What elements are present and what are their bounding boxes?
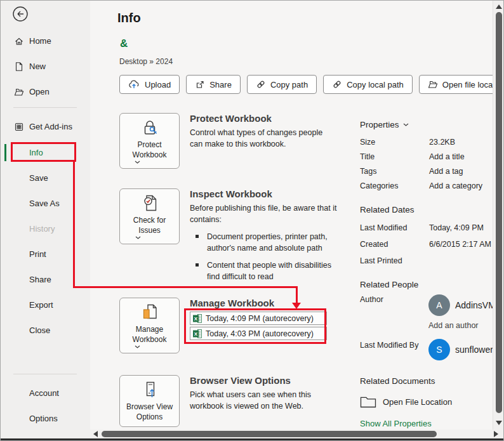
sidebar-item-label: Save As <box>29 199 60 208</box>
modifier-name: sunflower <box>455 345 493 355</box>
upload-button[interactable]: Upload <box>119 75 180 94</box>
sidebar-item-label: Share <box>29 275 51 284</box>
property-row-categories: Categories Add a category <box>360 178 494 193</box>
copy-local-path-button[interactable]: Copy local path <box>323 75 413 94</box>
sidebar-item-save-as[interactable]: Save As <box>1 191 90 216</box>
backstage-sidebar: Home New Open Get Add-ins Info Save <box>1 1 90 438</box>
open-folder-icon <box>428 79 438 89</box>
date-row-last-modified: Last Modified Today, 4:09 PM <box>360 220 494 236</box>
sidebar-item-close[interactable]: Close <box>1 318 90 343</box>
excel-file-icon: X <box>193 329 202 338</box>
bullet-item: Content that people with disabilities fi… <box>196 260 339 282</box>
add-tag-field[interactable]: Add a tag <box>429 167 463 176</box>
show-all-properties-link[interactable]: Show All Properties <box>360 419 494 428</box>
sidebar-separator <box>13 374 77 374</box>
properties-header-dropdown[interactable]: Properties <box>360 118 494 131</box>
section-description: Control what types of changes people can… <box>190 127 331 150</box>
sidebar-item-new[interactable]: New <box>1 54 90 79</box>
property-row-size: Size 23.2KB <box>360 135 494 149</box>
check-for-issues-dropdown-button[interactable]: Check for Issues <box>119 188 180 244</box>
sidebar-item-options[interactable]: Options <box>1 406 90 431</box>
modifier-person[interactable]: S sunflower <box>428 339 493 360</box>
scroll-up-arrow[interactable] <box>496 4 502 9</box>
last-modified-by-row: Last Modified By S sunflower <box>360 339 494 364</box>
lock-key-icon <box>140 118 159 137</box>
sidebar-item-label: New <box>29 62 46 71</box>
autorecovery-file-1[interactable]: X Today, 4:09 PM (autorecovery) <box>190 312 327 325</box>
add-title-field[interactable]: Add a title <box>429 152 465 161</box>
sidebar-item-home[interactable]: Home <box>1 29 90 54</box>
open-file-location-link[interactable]: Open File Location <box>360 393 494 410</box>
protect-workbook-dropdown-button[interactable]: Protect Workbook <box>119 113 180 169</box>
copy-path-button[interactable]: Copy path <box>247 75 317 94</box>
cloud-upload-icon <box>128 80 140 89</box>
manage-workbook-icon <box>140 303 159 322</box>
sidebar-item-label: Info <box>29 148 43 157</box>
sidebar-item-info[interactable]: Info <box>1 140 90 166</box>
section-heading: Inspect Workbook <box>190 188 339 199</box>
back-button[interactable] <box>12 6 29 22</box>
link-icon <box>256 79 266 89</box>
sidebar-item-label: Open <box>29 87 50 96</box>
excel-file-icon: X <box>193 314 202 323</box>
modifier-avatar: S <box>428 339 450 360</box>
autorecovery-file-label: Today, 4:03 PM (autorecovery) <box>206 329 314 338</box>
sidebar-item-label: Options <box>29 414 58 423</box>
sidebar-item-label: Save <box>29 173 48 183</box>
related-people-header: Related People <box>360 278 494 291</box>
card-label: Browser View Options <box>126 402 173 422</box>
sidebar-item-share[interactable]: Share <box>1 267 90 293</box>
property-row-title: Title Add a title <box>360 149 494 164</box>
author-name: AddinsVM <box>455 300 494 310</box>
breadcrumb: Desktop » 2024 <box>119 57 173 66</box>
author-person[interactable]: A AddinsVM <box>428 294 494 316</box>
back-arrow-icon <box>12 6 29 22</box>
horizontal-scrollbar[interactable] <box>90 430 504 438</box>
horizontal-scrollbar-thumb[interactable] <box>102 431 437 437</box>
inspect-bullet-list: Document properties, printer path, autho… <box>190 231 339 282</box>
date-row-created: Created 6/6/2015 2:17 AM <box>360 236 494 253</box>
sidebar-item-label: Close <box>29 326 50 335</box>
sidebar-item-label: Print <box>29 249 46 259</box>
excel-backstage-info-window: Home New Open Get Add-ins Info Save <box>0 0 504 441</box>
sidebar-item-export[interactable]: Export <box>1 293 90 318</box>
open-file-location-button[interactable]: Open file location <box>419 75 504 94</box>
home-icon <box>14 36 24 46</box>
card-label: Check for Issues <box>133 216 166 239</box>
sidebar-item-get-add-ins[interactable]: Get Add-ins <box>1 114 90 140</box>
sidebar-item-print[interactable]: Print <box>1 242 90 267</box>
share-icon <box>195 79 205 89</box>
folder-icon <box>360 395 376 408</box>
vertical-scrollbar[interactable] <box>493 1 504 430</box>
sidebar-item-label: History <box>29 224 55 234</box>
scroll-down-arrow[interactable] <box>496 421 502 425</box>
sidebar-item-save[interactable]: Save <box>1 166 90 191</box>
scroll-left-arrow[interactable] <box>93 431 98 437</box>
browser-view-options-button[interactable]: Browser View Options <box>119 375 180 427</box>
svg-text:X: X <box>194 315 198 321</box>
link-icon <box>332 79 342 89</box>
author-row: Author A AddinsVM <box>360 293 494 321</box>
add-ins-grid-icon <box>14 122 24 132</box>
sidebar-item-account[interactable]: Account <box>1 381 90 406</box>
sidebar-item-open[interactable]: Open <box>1 79 90 105</box>
inspect-workbook-section: Check for Issues Inspect Workbook Before… <box>119 188 339 287</box>
svg-text:X: X <box>194 331 198 336</box>
button-label: Upload <box>145 80 171 89</box>
sidebar-item-history: History <box>1 216 90 242</box>
manage-workbook-dropdown-button[interactable]: Manage Workbook <box>119 298 180 353</box>
chevron-down-icon <box>135 345 140 348</box>
properties-panel: Properties Size 23.2KB Title Add a title… <box>360 118 494 428</box>
autorecovery-file-2[interactable]: X Today, 4:03 PM (autorecovery) <box>190 327 327 340</box>
add-category-field[interactable]: Add a category <box>429 181 482 190</box>
add-an-author-link[interactable]: Add an author <box>428 321 494 331</box>
share-button[interactable]: Share <box>186 75 241 94</box>
date-row-last-printed: Last Printed <box>360 253 494 269</box>
related-dates-header: Related Dates <box>360 203 494 216</box>
bullet-marker <box>196 235 199 238</box>
vertical-scrollbar-thumb[interactable] <box>496 12 502 413</box>
scroll-right-arrow[interactable] <box>494 431 498 437</box>
property-row-tags: Tags Add a tag <box>360 164 494 178</box>
chevron-down-icon <box>135 236 141 239</box>
bullet-marker <box>196 263 199 267</box>
